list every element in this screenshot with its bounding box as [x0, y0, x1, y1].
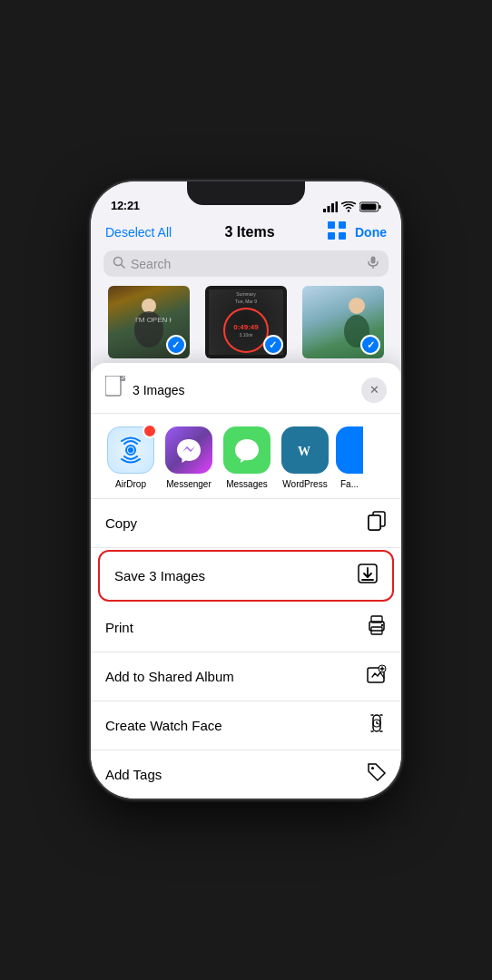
partial-app-icon	[336, 426, 363, 474]
photo-thumb-1: I'M OPEN HERE	[108, 286, 190, 358]
save-images-icon	[358, 564, 378, 588]
status-icons	[323, 201, 381, 212]
app-item-messenger[interactable]: Messenger	[162, 426, 216, 489]
print-label: Print	[105, 620, 133, 635]
document-icon	[105, 376, 125, 404]
tags-icon	[367, 762, 387, 787]
selected-badge-1	[166, 335, 186, 355]
add-shared-album-label: Add to Shared Album	[105, 669, 234, 684]
svg-text:W: W	[298, 445, 310, 458]
svg-point-24	[128, 447, 133, 453]
wordpress-app-icon: W	[281, 426, 329, 474]
svg-rect-6	[379, 205, 381, 209]
action-list: Copy Save 3 Images	[91, 498, 401, 799]
signal-icon	[323, 201, 338, 212]
person-silhouette-1: I'M OPEN HERE	[126, 295, 172, 349]
nav-bar: Deselect All 3 Items Done	[91, 216, 401, 250]
sheet-header-left: 3 Images	[105, 376, 185, 404]
action-save-images[interactable]: Save 3 Images	[98, 550, 394, 602]
app-item-airdrop[interactable]: AirDrop	[103, 426, 158, 489]
airdrop-waves-icon	[117, 436, 144, 464]
wordpress-logo-icon: W	[290, 436, 320, 465]
action-create-watch-face[interactable]: Create Watch Face	[91, 701, 401, 750]
print-icon	[367, 615, 387, 640]
nav-title: 3 Items	[225, 224, 275, 240]
notification-badge	[143, 424, 157, 438]
svg-rect-2	[331, 203, 334, 212]
phone-screen: 12:21	[91, 181, 401, 799]
copy-label: Copy	[105, 515, 137, 531]
svg-line-13	[122, 265, 125, 269]
nav-right: Done	[328, 221, 387, 243]
svg-rect-7	[361, 204, 377, 211]
svg-point-50	[371, 767, 374, 769]
app-item-partial[interactable]: Fa...	[336, 426, 363, 489]
microphone-icon[interactable]	[367, 256, 379, 271]
phone-frame: 12:21	[91, 181, 401, 799]
messages-app-icon	[223, 426, 271, 474]
wordpress-label: WordPress	[282, 479, 327, 489]
airdrop-label: AirDrop	[115, 479, 146, 489]
search-icon	[113, 256, 125, 271]
app-item-messages[interactable]: Messages	[220, 426, 274, 489]
notch	[187, 181, 305, 205]
action-add-shared-album[interactable]: Add to Shared Album	[91, 652, 401, 701]
action-copy[interactable]: Copy	[91, 499, 401, 548]
wifi-icon	[341, 201, 356, 212]
status-time: 12:21	[111, 199, 140, 212]
photo-thumb-2: Summary Tue, Mar 9 0:49:49 3.10mi	[205, 286, 287, 358]
messenger-label: Messenger	[166, 479, 211, 489]
partial-label: Fa...	[340, 479, 359, 489]
copy-icon	[367, 511, 387, 535]
messenger-bubble-icon	[175, 437, 202, 463]
battery-icon	[359, 201, 381, 212]
svg-point-4	[348, 210, 349, 211]
done-button[interactable]: Done	[355, 225, 387, 240]
svg-rect-8	[328, 221, 335, 229]
deselect-all-button[interactable]: Deselect All	[105, 225, 172, 240]
messenger-app-icon	[165, 426, 212, 474]
sheet-header: 3 Images ✕	[91, 363, 401, 414]
shared-album-icon	[367, 664, 387, 689]
selected-badge-2	[263, 335, 283, 355]
svg-rect-29	[369, 515, 380, 530]
save-images-label: Save 3 Images	[114, 568, 205, 583]
sheet-close-button[interactable]: ✕	[361, 377, 387, 403]
search-input[interactable]: Search	[131, 257, 361, 271]
svg-line-45	[377, 723, 379, 724]
action-print[interactable]: Print	[91, 603, 401, 652]
photo-thumb-3	[302, 286, 384, 358]
messages-label: Messages	[226, 479, 268, 489]
share-sheet: 3 Images ✕	[91, 363, 401, 799]
watch-face-icon	[367, 713, 387, 738]
action-add-tags[interactable]: Add Tags	[91, 750, 401, 799]
share-apps-row: AirDrop Messenger	[91, 414, 401, 498]
svg-rect-11	[339, 232, 346, 240]
grid-view-button[interactable]	[328, 221, 346, 243]
svg-point-16	[142, 299, 156, 313]
messages-bubble-icon	[233, 437, 261, 463]
svg-rect-3	[336, 201, 339, 212]
svg-text:I'M OPEN HERE: I'M OPEN HERE	[135, 316, 172, 324]
svg-point-19	[349, 298, 365, 314]
svg-rect-9	[339, 221, 346, 229]
svg-rect-0	[323, 209, 326, 212]
svg-rect-10	[328, 232, 335, 240]
svg-point-37	[381, 624, 383, 626]
app-item-wordpress[interactable]: W WordPress	[278, 426, 332, 489]
search-bar[interactable]: Search	[103, 250, 389, 277]
sheet-title: 3 Images	[133, 383, 185, 397]
airdrop-app-icon	[107, 426, 154, 474]
svg-rect-1	[328, 206, 330, 212]
add-tags-label: Add Tags	[105, 767, 162, 782]
svg-rect-21	[105, 376, 121, 396]
create-watch-face-label: Create Watch Face	[105, 718, 222, 733]
svg-rect-14	[371, 257, 376, 264]
